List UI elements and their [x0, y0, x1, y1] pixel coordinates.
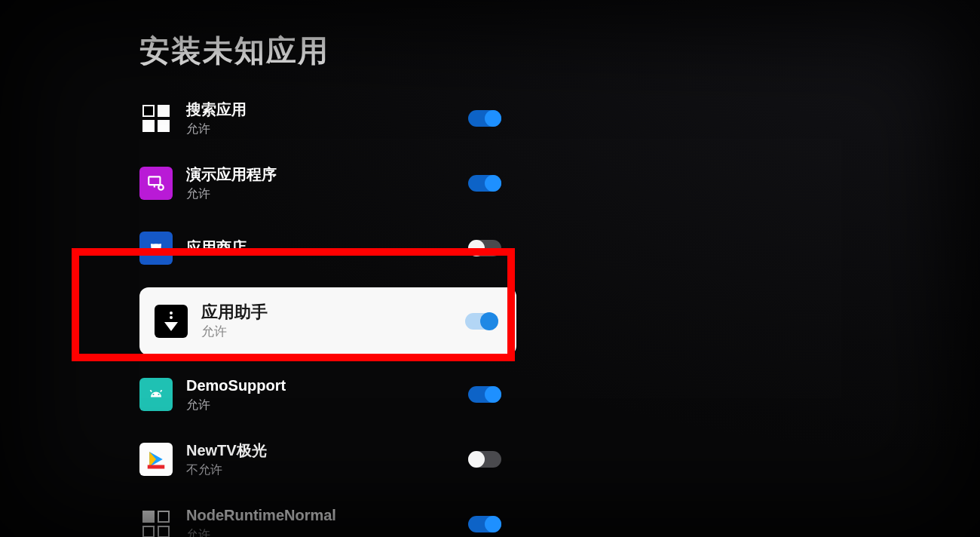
app-name-label: DemoSupport: [186, 376, 453, 395]
toggle-switch[interactable]: [468, 451, 501, 468]
app-name-label: 演示应用程序: [186, 164, 453, 184]
app-name-label: NodeRuntimeNormal: [186, 505, 453, 525]
toggle-switch[interactable]: [468, 386, 501, 403]
app-row-demosupport[interactable]: DemoSupport 允许: [139, 369, 501, 420]
app-row-assistant[interactable]: 应用助手 允许: [139, 287, 516, 355]
page-title: 安装未知应用: [139, 30, 980, 72]
svg-rect-0: [149, 176, 160, 185]
svg-point-2: [152, 394, 154, 395]
presentation-icon: [139, 167, 173, 200]
svg-point-1: [158, 185, 164, 190]
download-triangle-icon: [155, 305, 188, 338]
app-status-label: 允许: [186, 121, 453, 137]
app-name-label: NewTV极光: [186, 440, 453, 460]
toggle-switch[interactable]: [468, 516, 501, 532]
app-name-label: 应用助手: [201, 302, 450, 322]
toggle-switch[interactable]: [468, 110, 501, 127]
toggle-switch[interactable]: [468, 175, 501, 192]
app-status-label: 不允许: [186, 462, 453, 478]
app-row-noderuntime[interactable]: NodeRuntimeNormal 允许: [139, 499, 501, 537]
android-icon: [139, 378, 173, 411]
app-row-newtv[interactable]: NewTV极光 不允许: [139, 434, 501, 485]
app-status-label: 允许: [186, 186, 453, 202]
grid-outline-icon: [139, 508, 173, 537]
app-name-label: 搜索应用: [186, 100, 453, 119]
app-row-demo[interactable]: 演示应用程序 允许: [139, 158, 501, 209]
newtv-play-icon: [139, 443, 173, 476]
app-row-search[interactable]: 搜索应用 允许: [139, 93, 501, 144]
svg-point-3: [158, 394, 159, 395]
app-status-label: 允许: [201, 324, 450, 340]
toggle-switch[interactable]: [468, 240, 501, 256]
app-status-label: 允许: [186, 526, 453, 537]
app-list: 搜索应用 允许 演示应用程序 允许: [139, 93, 980, 537]
shopping-bag-icon: [139, 232, 173, 265]
app-row-store[interactable]: 应用商店: [139, 222, 501, 274]
svg-rect-4: [148, 465, 165, 469]
toggle-switch[interactable]: [465, 313, 498, 330]
app-name-label: 应用商店: [186, 238, 453, 257]
app-status-label: 允许: [186, 397, 453, 413]
grid-icon: [139, 102, 173, 135]
